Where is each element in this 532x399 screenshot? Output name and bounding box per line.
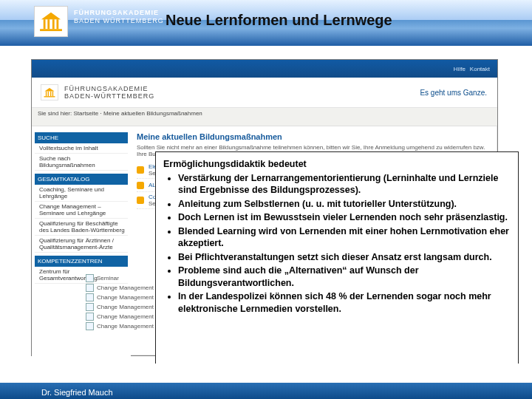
svg-rect-0 — [40, 29, 62, 31]
course-icon — [137, 166, 144, 174]
portal-logo — [41, 84, 58, 100]
svg-rect-4 — [52, 19, 55, 29]
overlay-bullet: In der Landespolizei können sich 48 % de… — [178, 290, 511, 315]
overlay-bullet: Probleme sind auch die „Alternativen“ au… — [178, 265, 511, 289]
sb-head-catalog: GESAMTKATALOG — [35, 174, 128, 185]
overlay-heading: Ermöglichungsdidaktik bedeutet — [163, 158, 511, 171]
sb-item[interactable]: Coaching, Seminare und Lehrgänge — [35, 185, 128, 202]
svg-rect-5 — [56, 19, 58, 29]
sb-item[interactable]: Volltextsuche im Inhalt — [35, 143, 128, 154]
overlay-bullet: Doch Lernen ist im Bewusstsein vieler Le… — [178, 211, 511, 224]
footer-white — [0, 364, 532, 383]
overlay-bullet: Bei Pflichtveranstaltungen setzt sich di… — [178, 251, 511, 264]
overlay-bullet: Blended Learning wird von Lernenden mit … — [178, 225, 511, 250]
svg-rect-9 — [48, 92, 49, 97]
top-link-help[interactable]: Hilfe — [454, 66, 466, 72]
overlay-list: Verstärkung der Lernarrangementorientier… — [163, 172, 511, 316]
sb-head-centers: KOMPETENZZENTREN — [35, 256, 128, 267]
sb-item[interactable]: Suche nach Bildungsmaßnahmen — [35, 154, 128, 171]
overlay-bullet: Verstärkung der Lernarrangementorientier… — [178, 172, 511, 197]
author-label: Dr. Siegfried Mauch — [41, 388, 113, 397]
brand-line2: BADEN WÜRTTEMBERG — [74, 17, 164, 25]
svg-marker-1 — [41, 13, 61, 19]
portal-brand-text: FÜHRUNGSAKADEMIE BADEN-WÜRTTEMBERG — [64, 85, 154, 100]
svg-rect-3 — [47, 19, 50, 29]
sb-head-search: SUCHE — [35, 132, 128, 143]
portal-brand-row: FÜHRUNGSAKADEMIE BADEN-WÜRTTEMBERG Es ge… — [32, 78, 497, 108]
overlay-box: Ermöglichungsdidaktik bedeutet Verstärku… — [155, 151, 519, 379]
svg-rect-11 — [52, 92, 53, 97]
course-icon — [137, 182, 144, 189]
portal-page-title: Meine aktuellen Bildungsmaßnahmen — [137, 132, 491, 141]
top-link-contact[interactable]: Kontakt — [470, 66, 490, 72]
svg-rect-2 — [44, 19, 46, 29]
svg-rect-6 — [44, 96, 55, 97]
logo — [34, 6, 68, 37]
portal-tagline: Es geht ums Ganze. — [420, 89, 497, 97]
brand-text: FÜHRUNGSAKADEMIE BADEN WÜRTTEMBERG — [74, 9, 164, 25]
svg-rect-10 — [50, 92, 51, 97]
brand-line1: FÜHRUNGSAKADEMIE — [74, 9, 164, 17]
breadcrumb: Sie sind hier: Startseite · Meine aktuel… — [32, 108, 497, 126]
sb-item[interactable]: Change Management – Seminare und Lehrgän… — [35, 202, 128, 219]
portal-topbar: Hilfe Kontakt — [32, 60, 497, 78]
svg-marker-7 — [44, 88, 54, 92]
page-title: Neue Lernformen und Lernwege — [166, 12, 392, 29]
sb-item[interactable]: Qualifizierung für Ärztinnen / Qualitäts… — [35, 236, 128, 253]
svg-rect-8 — [46, 92, 47, 97]
sb-item[interactable]: Qualifizierung für Beschäftigte des Land… — [35, 219, 128, 236]
overlay-bullet: Anleitung zum Selbstlernen (u. u. mit tu… — [178, 198, 511, 211]
course-icon — [137, 197, 144, 204]
